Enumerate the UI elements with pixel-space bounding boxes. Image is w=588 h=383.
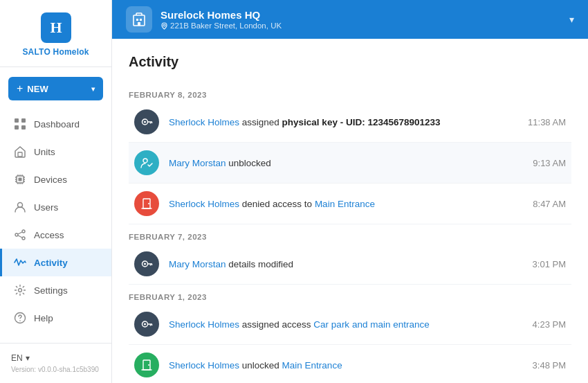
svg-rect-29 <box>136 19 138 21</box>
activity-text: Mary Morstan unblocked <box>169 158 517 168</box>
main-nav: Dashboard Units <box>0 107 111 343</box>
building-address: 221B Baker Street, London, UK <box>170 21 282 30</box>
language-label: EN <box>11 353 23 363</box>
svg-point-40 <box>148 203 149 204</box>
version-label: Version: v0.0.0-sha.1c5b390 <box>11 366 100 373</box>
building-name: Surelock Homes HQ <box>160 9 569 21</box>
cpu-icon <box>13 172 27 186</box>
activity-link[interactable]: Mary Morstan <box>169 158 226 168</box>
sidebar-item-label: Users <box>34 202 58 213</box>
activity-link[interactable]: Car park and main entrance <box>313 319 429 330</box>
sidebar-item-label: Access <box>34 230 64 240</box>
svg-rect-0 <box>15 118 19 123</box>
logo-box: H <box>41 12 71 43</box>
svg-line-23 <box>18 232 22 234</box>
activity-row: Sherlock Holmes unlocked Main Entrance3:… <box>129 345 571 383</box>
svg-point-25 <box>19 289 22 292</box>
svg-point-22 <box>22 237 25 240</box>
sidebar-item-label: Devices <box>34 175 67 185</box>
date-section: FEBRUARY 1, 2023Sherlock Holmes assigned… <box>129 287 571 383</box>
activity-time: 8:47 AM <box>517 199 566 209</box>
building-address-row: 221B Baker Street, London, UK <box>160 21 569 30</box>
activity-text: Sherlock Holmes assigned access Car park… <box>169 319 517 330</box>
avatar <box>134 191 159 216</box>
sidebar: H SALTO Homelok + NEW ▾ Dashboard <box>0 0 112 383</box>
sidebar-item-units[interactable]: Units <box>0 138 111 166</box>
svg-rect-3 <box>21 125 26 130</box>
activity-time: 3:48 PM <box>517 360 566 371</box>
activity-icon <box>13 256 27 269</box>
sidebar-item-activity[interactable]: Activity <box>0 249 111 276</box>
grid-icon <box>13 117 27 131</box>
activity-normal-text: denied access to <box>239 199 315 209</box>
svg-point-20 <box>22 230 25 233</box>
activity-link[interactable]: Sherlock Holmes <box>169 319 239 330</box>
sidebar-item-label: Help <box>34 313 53 323</box>
sidebar-item-access[interactable]: Access <box>0 221 111 249</box>
activity-link[interactable]: Main Entrance <box>282 360 342 371</box>
main-content: Surelock Homes HQ 221B Baker Street, Lon… <box>112 0 588 383</box>
sidebar-item-settings[interactable]: Settings <box>0 276 111 304</box>
activity-row: Sherlock Holmes denied access to Main En… <box>129 184 571 224</box>
sidebar-logo: H SALTO Homelok <box>0 0 111 67</box>
page-title: Activity <box>129 54 571 70</box>
sidebar-item-dashboard[interactable]: Dashboard <box>0 110 111 138</box>
svg-rect-2 <box>15 125 19 130</box>
svg-point-27 <box>19 320 21 321</box>
brand-name: SALTO Homelok <box>22 47 89 57</box>
activity-link[interactable]: Sherlock Holmes <box>169 360 239 371</box>
new-button[interactable]: + NEW ▾ <box>8 77 103 100</box>
activity-normal-text: unlocked <box>239 360 282 371</box>
header-chevron-icon[interactable]: ▾ <box>569 14 574 25</box>
avatar <box>134 150 159 175</box>
activity-text: Sherlock Holmes assigned physical key - … <box>169 117 517 127</box>
gear-icon <box>13 283 27 297</box>
svg-point-43 <box>144 263 146 265</box>
avatar <box>134 353 159 377</box>
activity-time: 4:23 PM <box>517 319 566 330</box>
avatar <box>134 312 159 337</box>
activity-text: Sherlock Holmes denied access to Main En… <box>169 199 517 209</box>
activity-content: Activity FEBRUARY 8, 2023Sherlock Holmes… <box>112 39 588 383</box>
location-icon <box>160 22 168 30</box>
svg-point-21 <box>15 233 18 236</box>
activity-row: Mary Morstan details modified3:01 PM <box>129 244 571 285</box>
sidebar-item-label: Units <box>34 147 55 157</box>
activity-normal-text: assigned access <box>239 319 313 330</box>
building-icon <box>126 6 152 33</box>
activity-time: 3:01 PM <box>517 259 566 269</box>
activity-link[interactable]: Sherlock Holmes <box>169 199 239 209</box>
activity-text: Sherlock Holmes unlocked Main Entrance <box>169 360 517 371</box>
svg-rect-4 <box>18 152 22 157</box>
person-icon <box>13 200 27 214</box>
sidebar-item-label: Activity <box>34 258 68 268</box>
chevron-down-icon: ▾ <box>91 85 95 93</box>
svg-point-38 <box>143 159 147 163</box>
svg-rect-31 <box>138 22 140 26</box>
activity-link[interactable]: Mary Morstan <box>169 259 226 269</box>
svg-line-24 <box>18 235 22 238</box>
sidebar-item-label: Settings <box>34 285 68 296</box>
activity-normal-text: assigned <box>239 117 282 127</box>
date-label: FEBRUARY 1, 2023 <box>129 287 571 304</box>
language-selector[interactable]: EN ▾ <box>11 353 100 363</box>
activity-text: Mary Morstan details modified <box>169 259 517 269</box>
activity-bold: physical key - UID: 12345678901233 <box>282 117 441 127</box>
sidebar-item-users[interactable]: Users <box>0 193 111 221</box>
activity-row: Mary Morstan unblocked9:13 AM <box>129 143 571 184</box>
activity-link[interactable]: Main Entrance <box>315 199 375 209</box>
home-icon <box>13 145 27 159</box>
sidebar-footer: EN ▾ Version: v0.0.0-sha.1c5b390 <box>0 343 111 383</box>
activity-row: Sherlock Holmes assigned access Car park… <box>129 304 571 345</box>
header-info: Surelock Homes HQ 221B Baker Street, Lon… <box>160 9 569 30</box>
date-label: FEBRUARY 8, 2023 <box>129 85 571 102</box>
sidebar-item-devices[interactable]: Devices <box>0 166 111 193</box>
svg-point-34 <box>144 121 146 123</box>
header: Surelock Homes HQ 221B Baker Street, Lon… <box>112 0 588 39</box>
sidebar-item-help[interactable]: Help <box>0 304 111 332</box>
activity-time: 9:13 AM <box>517 158 566 168</box>
sidebar-item-label: Dashboard <box>34 119 80 130</box>
activity-link[interactable]: Sherlock Holmes <box>169 117 239 127</box>
date-section: FEBRUARY 8, 2023Sherlock Holmes assigned… <box>129 85 571 224</box>
date-section: FEBRUARY 7, 2023Mary Morstan details mod… <box>129 227 571 285</box>
